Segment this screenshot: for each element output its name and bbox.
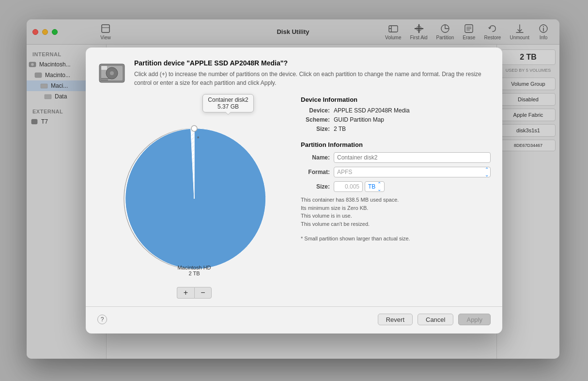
footer-buttons: Revert Cancel Apply xyxy=(378,314,491,325)
macintosh-segment-name: Macintosh HD xyxy=(177,265,211,270)
partition-notes: This container has 838.5 MB used space. … xyxy=(301,196,491,228)
resize-handle[interactable] xyxy=(191,126,197,131)
cancel-button[interactable]: Cancel xyxy=(418,314,453,325)
tooltip-name: Container disk2 xyxy=(208,96,248,103)
pie-container: * Macintosh HD 2 TB xyxy=(112,116,277,281)
scheme-label: Scheme: xyxy=(301,116,330,123)
size-form-row: Size: TB ⌃⌄ xyxy=(301,181,491,192)
size-unit-selector[interactable]: TB ⌃⌄ xyxy=(365,181,385,192)
note-3: This volume is in use. xyxy=(301,212,491,220)
name-form-label: Name: xyxy=(301,154,330,161)
format-row: Format: APFS ⌃⌄ xyxy=(301,167,491,177)
modal-header: Partition device "APPLE SSD AP2048R Medi… xyxy=(86,48,502,94)
device-label: Device: xyxy=(301,107,330,114)
macintosh-segment[interactable] xyxy=(125,128,266,269)
modal-body: Container disk2 5.37 GB xyxy=(86,94,502,306)
remove-partition-button[interactable]: − xyxy=(194,287,212,299)
help-button[interactable]: ? xyxy=(97,315,107,324)
format-select-wrapper: APFS ⌃⌄ xyxy=(334,167,491,177)
apply-button[interactable]: Apply xyxy=(458,314,491,325)
add-partition-button[interactable]: + xyxy=(177,287,194,299)
size-form-label: Size: xyxy=(301,183,330,190)
svg-rect-26 xyxy=(101,66,107,70)
pie-area: Container disk2 5.37 GB xyxy=(97,94,291,299)
note-2: Its minimum size is Zero KB. xyxy=(301,204,491,212)
revert-button[interactable]: Revert xyxy=(378,314,413,325)
size-label: Size: xyxy=(301,126,330,132)
unit-label: TB xyxy=(368,183,375,190)
modal-footer: ? Revert Cancel Apply xyxy=(86,306,502,332)
scheme-value: GUID Partition Map xyxy=(334,116,384,123)
name-row: Name: xyxy=(301,152,491,163)
name-input[interactable] xyxy=(334,152,491,163)
pie-controls: + − xyxy=(177,287,212,299)
disk-icon xyxy=(97,59,126,88)
size-value: 2 TB xyxy=(334,126,346,132)
partition-tooltip: Container disk2 5.37 GB xyxy=(202,94,253,112)
device-value: APPLE SSD AP2048R Media xyxy=(334,107,410,114)
device-info-title: Device Information xyxy=(301,96,491,103)
partition-info-title: Partition Information xyxy=(301,141,491,148)
info-panel: Device Information Device: APPLE SSD AP2… xyxy=(301,94,491,299)
size-row: Size: 2 TB xyxy=(301,126,491,132)
format-form-label: Format: xyxy=(301,169,330,175)
modal-title-area: Partition device "APPLE SSD AP2048R Medi… xyxy=(134,59,491,87)
size-row-controls: TB ⌃⌄ xyxy=(334,181,385,192)
size-input[interactable] xyxy=(334,181,363,192)
svg-point-24 xyxy=(110,71,114,75)
macintosh-label: Macintosh HD 2 TB xyxy=(177,265,211,276)
scheme-row: Scheme: GUID Partition Map xyxy=(301,116,491,123)
partition-modal: Partition device "APPLE SSD AP2048R Medi… xyxy=(86,48,502,333)
note-1: This container has 838.5 MB used space. xyxy=(301,196,491,204)
format-select[interactable]: APFS xyxy=(334,167,491,177)
pie-chart: * xyxy=(112,116,277,281)
asterisk-marker: * xyxy=(197,135,200,142)
modal-overlay: Partition device "APPLE SSD AP2048R Medi… xyxy=(0,0,588,381)
macintosh-segment-size: 2 TB xyxy=(177,270,211,276)
tooltip-size: 5.37 GB xyxy=(208,103,248,110)
note-4: This volume can't be resized. xyxy=(301,220,491,228)
modal-subtitle: Click add (+) to increase the number of … xyxy=(134,70,491,87)
device-row: Device: APPLE SSD AP2048R Media xyxy=(301,107,491,114)
partition-info-section: Partition Information Name: Format: APFS… xyxy=(301,141,491,228)
modal-title: Partition device "APPLE SSD AP2048R Medi… xyxy=(134,59,491,67)
footnote: * Small partition shown larger than actu… xyxy=(301,236,491,241)
unit-chevron-icon: ⌃⌄ xyxy=(377,181,381,192)
